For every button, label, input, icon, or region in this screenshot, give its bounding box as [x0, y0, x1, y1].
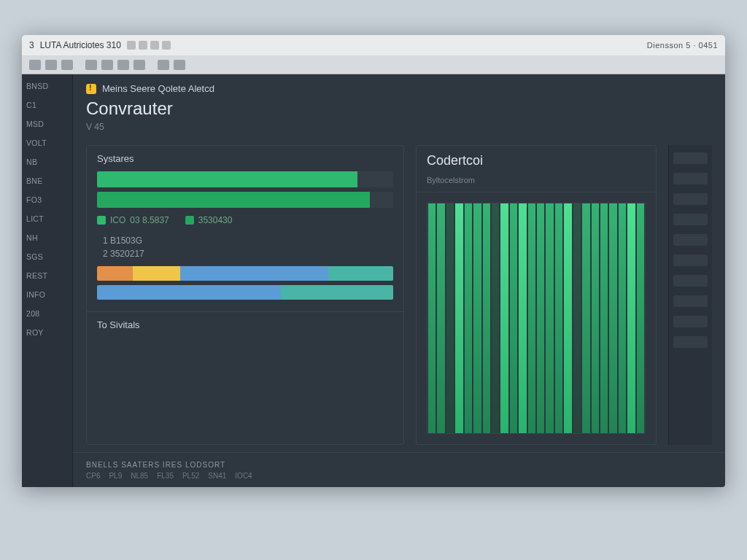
toolbar-glyph-icon — [162, 41, 171, 50]
sidebar-item[interactable]: 208 — [26, 309, 68, 318]
tick-label: SN41 — [208, 472, 226, 480]
sidebar-item[interactable]: VOLT — [26, 139, 68, 147]
usage-bar — [97, 171, 393, 187]
chart-column — [582, 203, 589, 433]
page-title: Convrauter — [86, 98, 712, 119]
sidebar-slot[interactable] — [673, 336, 708, 348]
sidebar-item[interactable]: REST — [26, 271, 68, 280]
sidebar-slot[interactable] — [673, 173, 708, 184]
legend-value: 3530430 — [198, 215, 233, 225]
tool-button[interactable] — [158, 60, 169, 70]
chart-column — [573, 203, 581, 433]
chart-column — [455, 203, 462, 433]
tool-button[interactable] — [117, 60, 129, 70]
panel-title: Codertcoi — [427, 153, 646, 168]
chart-column — [600, 203, 608, 433]
toolbar-glyph-icon — [150, 41, 159, 50]
chart-column — [465, 203, 472, 433]
legend-value: 03 8.5837 — [130, 215, 169, 225]
activity-panel: Codertcoi Byltocelstrom — [416, 145, 657, 445]
sidebar-item[interactable]: INFO — [26, 290, 68, 299]
sidebar-item[interactable]: NH — [26, 233, 68, 242]
tool-button[interactable] — [61, 60, 73, 70]
sidebar-slot[interactable] — [673, 234, 708, 246]
sidebar-slot[interactable] — [673, 316, 708, 327]
sidebar-item[interactable]: BNE — [26, 176, 68, 185]
chart-column — [619, 203, 626, 433]
sidebar-slot[interactable] — [673, 193, 708, 205]
chart-column — [519, 203, 526, 433]
swatch-icon — [97, 216, 106, 225]
sidebar-slot[interactable] — [673, 214, 708, 225]
toolbar-glyph-icon — [139, 41, 147, 50]
sidebar-item[interactable]: BNSD — [26, 82, 68, 90]
chart-column — [627, 203, 635, 433]
chart-column — [609, 203, 616, 433]
segment-list: 1 B1503G 2 3520217 — [97, 236, 393, 259]
left-sidebar: BNSD C1 MSD VOLT NB BNE FO3 LICT NH SGS … — [22, 74, 73, 487]
chart-column — [546, 203, 553, 433]
window-title: LUTA Autriciotes 310 — [40, 40, 121, 50]
chart-column — [492, 203, 499, 433]
sidebar-item[interactable]: ROY — [26, 328, 68, 337]
tick-label: PL52 — [182, 472, 199, 480]
chart-column — [500, 203, 508, 433]
tick-label: FL35 — [157, 472, 174, 480]
chart-column — [592, 203, 599, 433]
tool-button[interactable] — [29, 60, 41, 70]
segment-label: 1 B1503G — [103, 236, 142, 246]
tab-index: 3 — [29, 40, 34, 50]
alert-text: Meins Seere Qolete Aletcd — [102, 83, 214, 94]
chart-column — [437, 203, 444, 433]
chart-column — [428, 203, 436, 433]
chart-column — [528, 203, 535, 433]
app-window: 3 LUTA Autriciotes 310 Diensson 5 · 0451… — [22, 35, 725, 487]
toolbar-glyph-icon — [127, 41, 136, 50]
stacked-bar-chart — [97, 266, 393, 300]
sidebar-item[interactable]: FO3 — [26, 195, 68, 204]
tool-button[interactable] — [174, 60, 185, 70]
tick-label: PL9 — [109, 472, 122, 480]
panel-subtitle: Byltocelstrom — [427, 176, 646, 184]
tick-label: CP6 — [86, 472, 100, 480]
tool-button[interactable] — [133, 60, 145, 70]
footer-label: BNELLS SAATERS IRES LODSORT — [86, 461, 712, 469]
sidebar-slot[interactable] — [673, 152, 708, 164]
section-title: Systares — [97, 153, 393, 164]
footer-ticks: CP6PL9NL85FL35PL52SN41IOC4 — [86, 472, 712, 480]
tick-label: NL85 — [131, 472, 148, 480]
sidebar-item[interactable]: NB — [26, 158, 68, 166]
usage-bar — [97, 192, 393, 208]
sidebar-slot[interactable] — [673, 275, 708, 287]
alert-banner: Meins Seere Qolete Aletcd — [86, 83, 712, 94]
vertical-bar-chart — [427, 203, 646, 434]
chart-column — [637, 203, 644, 433]
tool-button[interactable] — [101, 60, 113, 70]
sidebar-item[interactable]: LICT — [26, 214, 68, 223]
chart-column — [446, 203, 454, 433]
sidebar-item[interactable]: MSD — [26, 120, 68, 128]
chart-column — [473, 203, 481, 433]
warning-icon — [86, 84, 96, 94]
right-sidebar — [668, 145, 712, 445]
tick-label: IOC4 — [235, 472, 252, 480]
chart-column — [555, 203, 562, 433]
sidebar-slot[interactable] — [673, 295, 708, 307]
chart-column — [510, 203, 517, 433]
page-subtitle: V 45 — [86, 122, 712, 132]
main-area: Meins Seere Qolete Aletcd Convrauter V 4… — [73, 74, 725, 487]
sidebar-slot[interactable] — [673, 254, 708, 266]
metrics-panel: Systares ICO 03 8.5837 — [86, 145, 404, 445]
footer-bar: BNELLS SAATERS IRES LODSORT CP6PL9NL85FL… — [73, 452, 725, 487]
sidebar-item[interactable]: C1 — [26, 101, 68, 109]
chart-column — [564, 203, 571, 433]
title-bar: 3 LUTA Autriciotes 310 Diensson 5 · 0451 — [22, 35, 725, 55]
toolbar — [22, 55, 725, 74]
status-text: Diensson 5 · 0451 — [647, 41, 718, 50]
tool-button[interactable] — [85, 60, 97, 70]
tool-button[interactable] — [45, 60, 57, 70]
sidebar-item[interactable]: SGS — [26, 252, 68, 261]
chart-column — [537, 203, 544, 433]
title-bar-icons — [127, 41, 171, 50]
chart-column — [483, 203, 490, 433]
